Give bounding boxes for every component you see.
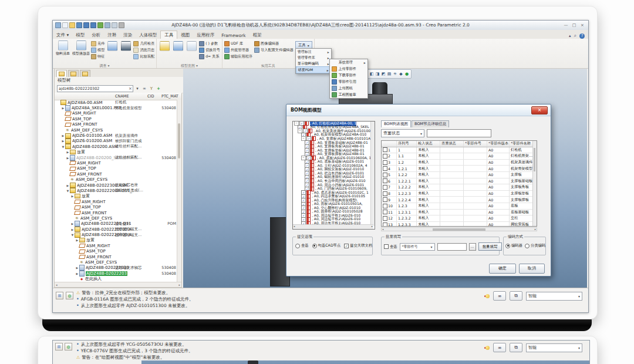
tree-row[interactable]: ▶AJDZ48B-02022203530408 xyxy=(55,271,178,276)
row-select-cell[interactable]: 4 xyxy=(382,166,397,171)
bom-table-row[interactable]: 11未检入A0灯枪机AJDZ4 xyxy=(382,147,537,154)
row-select-cell[interactable]: 5 xyxy=(382,172,397,178)
tab-模型[interactable]: 模型 xyxy=(72,31,88,39)
tree-expander-icon[interactable]: ▶ xyxy=(75,266,79,269)
publish-geometry-button[interactable] xyxy=(172,39,184,51)
tab-文件[interactable]: 文件 ▾ xyxy=(53,31,72,39)
row-checkbox[interactable] xyxy=(383,204,387,208)
menu-item-显示物料编码[interactable]: 显示物料编码▸ xyxy=(296,60,331,66)
bom-table-row[interactable]: 111.2.3.1未检入A0底板基础板AJDZ6- xyxy=(382,210,537,216)
select-box-button[interactable]: ⧉ xyxy=(510,291,522,301)
tree-row[interactable]: ▼AJDZ48B-0202220300.A丝杆进给端支… xyxy=(55,232,178,237)
tab-框架[interactable]: 框架 xyxy=(249,31,265,39)
bom-table-row[interactable]: 51.2.2未检入A0支撑板AJDZ4 xyxy=(382,172,537,178)
message-log-button[interactable]: 消息日志 xyxy=(133,47,154,53)
close-button[interactable]: × xyxy=(579,23,585,28)
browser-toggle-icon[interactable]: ◍ xyxy=(66,292,73,299)
tree-row[interactable]: ASM_FRONT xyxy=(55,122,178,127)
new-file-icon[interactable] xyxy=(62,22,68,28)
tree-search-input[interactable] xyxy=(57,85,133,92)
undo-icon[interactable] xyxy=(83,22,89,28)
column-header-ptc-mat[interactable]: PTC_MAT xyxy=(161,94,178,99)
customize-qat-icon[interactable] xyxy=(119,22,124,28)
bom-table-row[interactable]: 121.2.3.2未检入A0立柱AJDZ-0 xyxy=(382,215,537,222)
tab-渲染[interactable]: 渲染 xyxy=(120,31,136,39)
tree-row[interactable]: ▶AJDZ48B-02022300.ASM进给改芯右座 xyxy=(55,183,178,188)
bom-tree-vscrollbar[interactable] xyxy=(370,122,375,226)
image-editor-button[interactable]: 图像编辑器 xyxy=(254,41,294,46)
open-file-icon[interactable] xyxy=(69,22,75,28)
bom-table-row[interactable]: 31.2未检入A0机架及玻璃件AJDZ6- xyxy=(382,160,537,166)
browse-button[interactable]: … xyxy=(469,243,476,251)
tab-人体模型[interactable]: 人体模型 xyxy=(136,31,160,39)
row-checkbox[interactable] xyxy=(383,191,387,196)
column-header-检入状态[interactable]: 检入状态 xyxy=(417,141,440,147)
tree-row[interactable]: ▼AJDZ48B-020200.ASM进给丝杆装配… xyxy=(55,144,178,149)
row-checkbox[interactable] xyxy=(383,160,387,165)
parameters-button[interactable]: ( ) 参数 xyxy=(199,41,220,46)
radio-全选[interactable]: 全选 xyxy=(295,243,309,248)
model-button[interactable]: 模型 xyxy=(91,47,104,53)
bom-table-row[interactable]: 61.2.2.1未检入A0支撑板基础板AJDZ4 xyxy=(382,178,537,185)
row-checkbox[interactable] xyxy=(383,147,387,152)
tab-应用程序[interactable]: 应用程序 xyxy=(193,31,218,39)
bom-table-hscrollbar[interactable]: ◂▸ xyxy=(381,227,537,231)
collapse-ribbon-icon[interactable]: ▴ xyxy=(569,33,571,38)
find-button[interactable]: ∞ xyxy=(493,343,506,352)
reference-viewer-button[interactable] xyxy=(106,39,118,51)
tree-expander-icon[interactable]: ▶ xyxy=(70,228,75,231)
radio-分类编码[interactable]: 分类编码 xyxy=(525,243,545,248)
tree-row[interactable]: ASM_RIGHT xyxy=(55,111,178,116)
row-checkbox[interactable] xyxy=(383,216,387,221)
tree-row[interactable]: ✳ASM_DEF_CSYS xyxy=(55,177,178,182)
tab-分析[interactable]: 分析 xyxy=(88,31,104,39)
compare-assembly-button[interactable]: 比较装配 xyxy=(133,53,154,59)
tree-row[interactable]: ASM_TOP xyxy=(55,249,178,254)
checkbox-提交关联文档[interactable]: ✓提交关联文档 xyxy=(344,243,372,248)
tree-row[interactable]: ASM_TOP xyxy=(55,116,178,122)
tab-视图[interactable]: 视图 xyxy=(177,31,193,39)
datum-display-icon[interactable]: ✳ xyxy=(393,71,397,77)
tree-expander-icon[interactable]: ▶ xyxy=(61,139,65,143)
selection-filter-dropdown[interactable]: 智能 ▾ xyxy=(526,343,582,352)
row-checkbox[interactable] xyxy=(383,185,387,190)
row-select-cell[interactable]: 9 xyxy=(382,197,397,203)
menu-item-管理零件库[interactable]: 管理零件库▸ xyxy=(296,55,331,60)
radio-编码器[interactable]: 编码器 xyxy=(505,243,522,248)
tree-expander-icon[interactable]: ▶ xyxy=(66,184,70,187)
cancel-button[interactable]: 取消 xyxy=(519,264,545,274)
window-manager-icon[interactable] xyxy=(104,22,110,28)
select-box-button[interactable]: ⧉ xyxy=(510,343,522,352)
dialog-close-button[interactable]: × xyxy=(531,106,548,114)
search-dropdown-icon[interactable]: ▾ xyxy=(134,86,140,91)
tree-expander-icon[interactable]: ▶ xyxy=(70,194,75,198)
bom-button[interactable]: 物料清单 xyxy=(55,39,71,56)
redo-icon[interactable] xyxy=(90,22,96,28)
tree-horizontal-scrollbar[interactable]: ◂▸ xyxy=(55,282,181,287)
spin-center-icon[interactable]: ● xyxy=(404,71,409,77)
batch-value-input[interactable] xyxy=(437,243,467,251)
column-header-*零部件名称[interactable]: *零部件名称 xyxy=(510,141,535,147)
tab-Framework[interactable]: Framework xyxy=(218,32,249,39)
tree-row[interactable]: ▶AJDZ48A_SKEL0001.PRT灯枪机骨架模型530408 xyxy=(55,105,178,110)
submenu-item-系统管理[interactable]: 系统管理▸ xyxy=(330,59,367,66)
tree-row[interactable]: ▶放置 xyxy=(55,238,178,243)
row-checkbox[interactable] xyxy=(383,173,387,177)
tree-row[interactable]: ✳ASM_DEF_CSYS xyxy=(55,127,178,133)
column-header-*零部件号[interactable]: *零部件号 xyxy=(464,141,487,147)
component-button[interactable]: 元件 xyxy=(91,41,104,46)
bom-tab-BOM列表视图[interactable]: BOM列表视图 xyxy=(381,120,411,127)
select-mode-icon[interactable] xyxy=(55,22,61,28)
batch-field-dropdown[interactable]: *零部件号▾ xyxy=(400,243,435,251)
row-select-cell[interactable]: 10 xyxy=(382,203,397,209)
batch-fill-button[interactable]: 批量填写 xyxy=(478,242,502,251)
column-header-cid[interactable]: CID xyxy=(147,94,154,99)
tree-expander-icon[interactable]: ▶ xyxy=(70,222,75,225)
row-select-cell[interactable]: 11 xyxy=(382,210,397,215)
close-window-icon[interactable] xyxy=(112,22,117,28)
component-interface-button[interactable] xyxy=(158,39,170,51)
batch-select-all[interactable]: 全选 xyxy=(384,244,397,250)
navigator-toggle-icon[interactable]: ⊞ xyxy=(55,343,63,350)
annotation-display-icon[interactable]: ◆ xyxy=(399,71,403,77)
geometry-check-button[interactable]: 几何检查 xyxy=(133,41,154,46)
